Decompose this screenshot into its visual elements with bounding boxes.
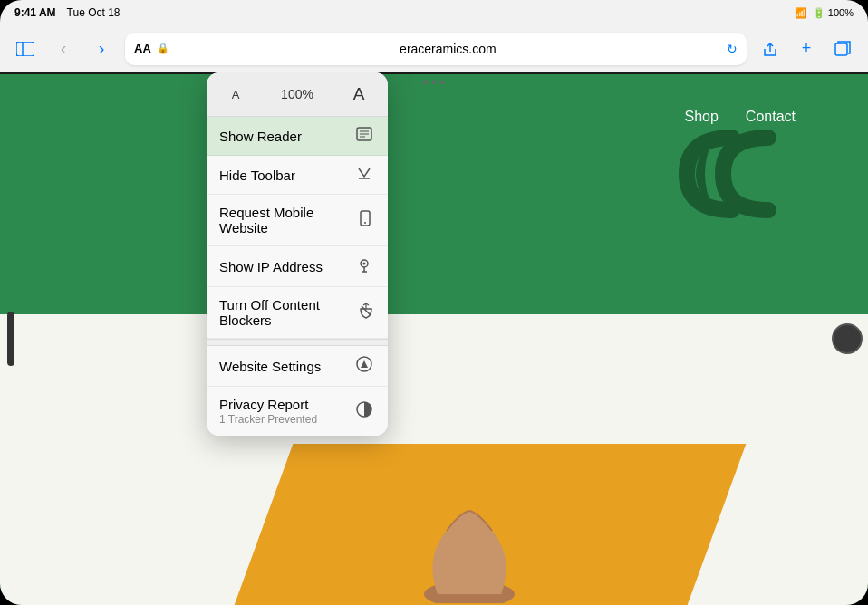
privacy-report-label: Privacy Report xyxy=(219,397,317,412)
ipad-frame: 9:41 AM Tue Oct 18 📶 🔋 100% ‹ › AA 🔒 era… xyxy=(0,0,868,605)
ip-address-icon xyxy=(353,256,375,276)
lock-icon: 🔒 xyxy=(157,43,169,54)
status-bar: 9:41 AM Tue Oct 18 📶 🔋 100% xyxy=(0,0,868,25)
top-dots: ••• xyxy=(0,74,868,91)
mobile-icon xyxy=(355,210,375,230)
reload-button[interactable]: ↻ xyxy=(727,42,738,56)
font-decrease-button[interactable]: A xyxy=(219,80,252,109)
menu-item-show-ip[interactable]: Show IP Address xyxy=(207,246,388,287)
website-settings-icon xyxy=(353,356,375,376)
svg-point-13 xyxy=(363,263,366,265)
status-date: Tue Oct 18 xyxy=(67,6,121,19)
add-tab-button[interactable]: + xyxy=(792,34,821,63)
svg-rect-0 xyxy=(16,42,34,56)
menu-item-hide-toolbar[interactable]: Hide Toolbar xyxy=(207,156,388,195)
menu-item-content-blockers-label: Turn Off Content Blockers xyxy=(219,297,356,328)
status-icons: 📶 🔋 100% xyxy=(795,7,854,19)
forward-icon: › xyxy=(99,38,105,59)
url-display: eraceramics.com xyxy=(175,42,721,56)
svg-point-11 xyxy=(364,222,366,224)
tabs-button[interactable] xyxy=(828,34,857,63)
share-button[interactable] xyxy=(756,34,785,63)
font-percent-display: 100% xyxy=(281,87,313,101)
svg-marker-16 xyxy=(361,360,368,368)
menu-item-content-blockers[interactable]: Turn Off Content Blockers xyxy=(207,287,388,339)
forward-button[interactable]: › xyxy=(87,34,116,63)
left-speaker xyxy=(7,312,14,366)
menu-item-show-ip-label: Show IP Address xyxy=(219,259,323,274)
privacy-report-sublabel: 1 Tracker Prevented xyxy=(219,413,317,426)
hide-toolbar-icon xyxy=(353,166,375,184)
ceramic-object xyxy=(410,504,528,605)
menu-item-privacy-report[interactable]: Privacy Report 1 Tracker Prevented xyxy=(207,387,388,436)
font-size-row: A 100% A xyxy=(207,72,388,117)
dropdown-menu: A 100% A Show Reader xyxy=(207,72,388,436)
menu-divider xyxy=(207,339,388,346)
font-increase-button[interactable]: A xyxy=(342,80,375,109)
aa-label[interactable]: AA xyxy=(134,42,151,55)
back-icon: ‹ xyxy=(61,38,67,59)
menu-item-show-reader[interactable]: Show Reader xyxy=(207,117,388,156)
sidebar-toggle-button[interactable] xyxy=(11,34,40,63)
menu-item-website-settings-label: Website Settings xyxy=(219,359,321,374)
menu-item-request-mobile-label: Request Mobile Website xyxy=(219,205,355,235)
website-logo xyxy=(660,120,805,232)
privacy-report-text: Privacy Report 1 Tracker Prevented xyxy=(219,397,317,426)
content-blockers-icon xyxy=(356,302,375,322)
menu-item-show-reader-label: Show Reader xyxy=(219,129,302,144)
menu-item-request-mobile[interactable]: Request Mobile Website xyxy=(207,195,388,246)
status-time: 9:41 AM xyxy=(14,6,56,19)
browser-toolbar: ‹ › AA 🔒 eraceramics.com ↻ + xyxy=(0,25,868,72)
wifi-icon: 📶 xyxy=(795,7,807,19)
toolbar-right-buttons: + xyxy=(756,34,857,63)
menu-item-website-settings[interactable]: Website Settings xyxy=(207,346,388,387)
back-button[interactable]: ‹ xyxy=(49,34,78,63)
svg-rect-3 xyxy=(835,43,847,55)
battery-icon: 🔋 100% xyxy=(813,7,854,19)
menu-item-hide-toolbar-label: Hide Toolbar xyxy=(219,168,295,183)
home-button[interactable] xyxy=(832,323,863,354)
website-background: ••• Shop Contact cess xyxy=(0,74,868,605)
address-bar[interactable]: AA 🔒 eraceramics.com ↻ xyxy=(125,33,747,65)
reader-icon xyxy=(353,127,375,145)
privacy-report-icon xyxy=(353,401,375,421)
plus-icon: + xyxy=(802,39,812,58)
content-area: ••• Shop Contact cess xyxy=(0,72,868,605)
